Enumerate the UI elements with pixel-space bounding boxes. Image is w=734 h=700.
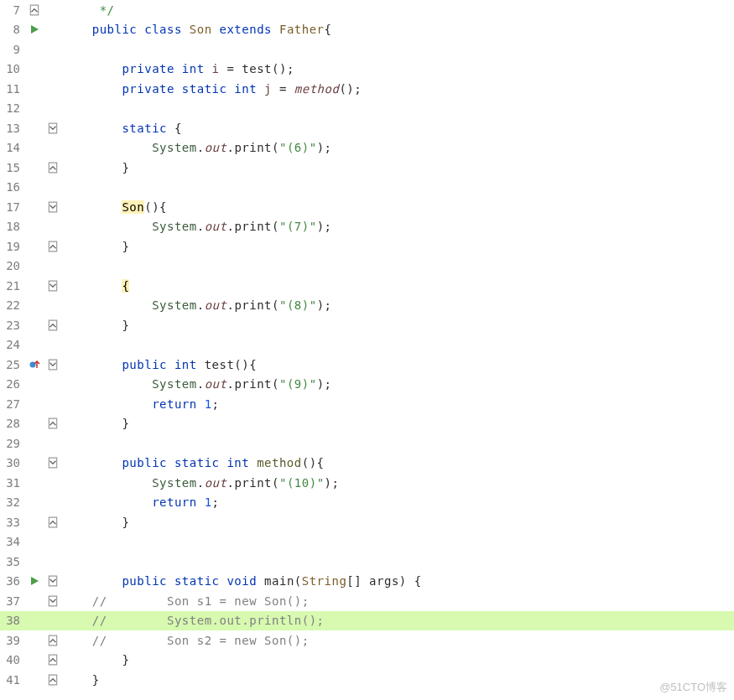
code-text[interactable]: // Son s2 = new Son(); — [60, 634, 734, 647]
code-line[interactable]: 8 public class Son extends Father{ — [0, 20, 734, 40]
line-number: 24 — [0, 338, 23, 351]
code-text[interactable]: { — [60, 279, 734, 293]
line-number: 31 — [0, 476, 23, 490]
line-number: 33 — [0, 516, 23, 529]
run-gutter-icon[interactable] — [23, 575, 45, 587]
fold-expand-icon[interactable] — [45, 674, 60, 686]
code-line[interactable]: 13 static { — [0, 118, 734, 138]
code-text[interactable]: // System.out.println(); — [60, 614, 734, 627]
code-line[interactable]: 39 // Son s2 = new Son(); — [0, 630, 734, 651]
code-line[interactable]: 28 } — [0, 414, 734, 434]
code-line[interactable]: 31 System.out.print("(10)"); — [0, 473, 734, 493]
code-line[interactable]: 18 System.out.print("(7)"); — [0, 217, 734, 237]
code-text[interactable] — [60, 180, 734, 194]
code-text[interactable]: // Son s1 = new Son(); — [60, 594, 734, 608]
code-line[interactable]: 23 } — [0, 315, 734, 335]
code-line[interactable]: 33 } — [0, 512, 734, 532]
code-line[interactable]: 20 — [0, 257, 734, 277]
code-line[interactable]: 15 } — [0, 158, 734, 178]
code-text[interactable] — [60, 535, 734, 548]
code-text[interactable]: public int test(){ — [60, 358, 734, 371]
code-text[interactable]: return 1; — [60, 397, 734, 411]
code-text[interactable] — [60, 101, 734, 115]
code-line[interactable]: 40 } — [0, 651, 734, 671]
code-text[interactable]: } — [60, 240, 734, 253]
fold-expand-icon[interactable] — [45, 635, 60, 646]
code-text[interactable] — [60, 437, 734, 450]
code-line[interactable]: 27 return 1; — [0, 394, 734, 414]
code-line[interactable]: 17 Son(){ — [0, 197, 734, 217]
line-number: 12 — [0, 101, 23, 115]
code-line[interactable]: 41 } — [0, 670, 734, 690]
code-text[interactable]: } — [60, 161, 734, 174]
code-line[interactable]: 16 — [0, 178, 734, 198]
override-gutter-icon[interactable] — [23, 359, 45, 371]
code-line[interactable]: 7 */ — [0, 0, 734, 20]
fold-expand-icon[interactable] — [45, 241, 60, 252]
code-line[interactable]: 19 } — [0, 236, 734, 257]
line-number: 27 — [0, 397, 23, 411]
code-text[interactable]: } — [60, 319, 734, 332]
fold-collapse-icon[interactable] — [45, 595, 60, 607]
code-line[interactable]: 10 private int i = test(); — [0, 60, 734, 80]
code-text[interactable]: public static void main(String[] args) { — [60, 574, 734, 588]
code-text[interactable]: return 1; — [60, 495, 734, 509]
code-text[interactable]: */ — [60, 3, 734, 17]
code-text[interactable]: private static int j = method(); — [60, 82, 734, 96]
fold-expand-icon[interactable] — [45, 162, 60, 174]
code-text[interactable]: static { — [60, 122, 734, 135]
fold-collapse-icon[interactable] — [45, 575, 60, 587]
code-text[interactable]: System.out.print("(10)"); — [60, 476, 734, 490]
code-line[interactable]: 35 — [0, 552, 734, 572]
line-number: 23 — [0, 319, 23, 332]
code-text[interactable] — [60, 555, 734, 568]
code-line[interactable]: 11 private static int j = method(); — [0, 79, 734, 99]
code-line[interactable]: 29 — [0, 433, 734, 454]
code-text[interactable] — [60, 43, 734, 56]
fold-collapse-icon[interactable] — [45, 122, 60, 134]
code-editor[interactable]: 7 */8 public class Son extends Father{9 … — [0, 0, 734, 690]
code-text[interactable]: public class Son extends Father{ — [60, 23, 734, 36]
code-text[interactable] — [60, 338, 734, 351]
fold-expand-icon[interactable] — [45, 319, 60, 331]
code-line[interactable]: 38 // System.out.println(); — [0, 611, 734, 631]
code-text[interactable] — [60, 259, 734, 272]
gutter-mark-empty[interactable] — [23, 4, 45, 16]
code-line[interactable]: 21 { — [0, 276, 734, 296]
code-line[interactable]: 30 public static int method(){ — [0, 454, 734, 474]
fold-expand-icon[interactable] — [45, 516, 60, 528]
fold-collapse-icon[interactable] — [45, 280, 60, 292]
code-text[interactable]: System.out.print("(9)"); — [60, 377, 734, 391]
code-line[interactable]: 24 — [0, 335, 734, 355]
code-line[interactable]: 26 System.out.print("(9)"); — [0, 375, 734, 395]
fold-collapse-icon[interactable] — [45, 201, 60, 213]
fold-expand-icon[interactable] — [45, 417, 60, 429]
code-text[interactable]: public static int method(){ — [60, 456, 734, 469]
code-text[interactable]: Son(){ — [60, 200, 734, 214]
code-line[interactable]: 12 — [0, 99, 734, 119]
code-line[interactable]: 25 public int test(){ — [0, 355, 734, 375]
code-text[interactable]: System.out.print("(7)"); — [60, 220, 734, 233]
fold-collapse-icon[interactable] — [45, 359, 60, 371]
code-line[interactable]: 14 System.out.print("(6)"); — [0, 138, 734, 158]
code-text[interactable]: System.out.print("(6)"); — [60, 141, 734, 154]
code-text[interactable]: private int i = test(); — [60, 62, 734, 75]
code-line[interactable]: 36 public static void main(String[] args… — [0, 572, 734, 592]
code-line[interactable]: 37 // Son s1 = new Son(); — [0, 591, 734, 611]
code-text[interactable]: } — [60, 673, 734, 687]
code-line[interactable]: 32 return 1; — [0, 493, 734, 513]
run-gutter-icon[interactable] — [23, 23, 45, 35]
code-text[interactable]: } — [60, 417, 734, 430]
line-number: 7 — [0, 3, 23, 17]
code-text[interactable]: } — [60, 653, 734, 666]
fold-expand-icon[interactable] — [45, 654, 60, 666]
code-text[interactable]: } — [60, 516, 734, 529]
code-line[interactable]: 34 — [0, 532, 734, 552]
code-line[interactable]: 9 — [0, 39, 734, 60]
line-number: 34 — [0, 535, 23, 548]
code-text[interactable]: System.out.print("(8)"); — [60, 298, 734, 312]
line-number: 37 — [0, 594, 23, 608]
code-line[interactable]: 22 System.out.print("(8)"); — [0, 296, 734, 316]
fold-collapse-icon[interactable] — [45, 457, 60, 469]
line-number: 30 — [0, 456, 23, 469]
